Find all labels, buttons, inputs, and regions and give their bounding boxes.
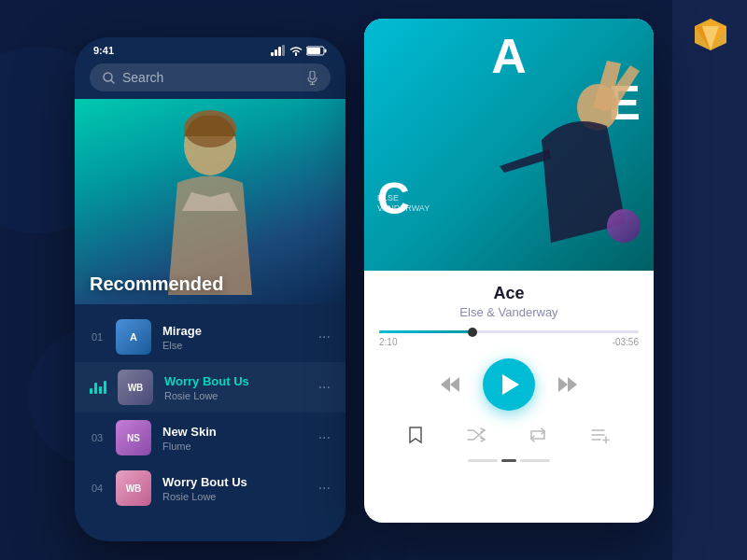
phone-right: A E C ELSE VANDERWAY Ace Else & Vanderwa… bbox=[364, 19, 654, 523]
track-number: 01 bbox=[90, 331, 105, 343]
track-number: 04 bbox=[90, 483, 105, 494]
player-actions bbox=[364, 418, 654, 460]
rewind-icon bbox=[440, 376, 460, 393]
track-list: 01 A Mirage Else ··· WB Worry Bout Us bbox=[75, 304, 345, 521]
hero-image: Recommended bbox=[75, 99, 345, 304]
svg-rect-10 bbox=[307, 48, 320, 54]
repeat-button[interactable] bbox=[529, 427, 547, 448]
player-controls bbox=[364, 351, 654, 418]
svg-rect-8 bbox=[282, 45, 285, 56]
progress-area[interactable]: 2:10 -03:56 bbox=[364, 319, 654, 351]
status-time: 9:41 bbox=[93, 45, 114, 56]
track-number: 03 bbox=[90, 432, 105, 443]
svg-rect-14 bbox=[310, 71, 315, 79]
battery-icon bbox=[306, 46, 327, 56]
repeat-icon bbox=[529, 427, 547, 443]
svg-rect-11 bbox=[325, 49, 327, 52]
forward-icon bbox=[557, 376, 578, 393]
track-more-button[interactable]: ··· bbox=[318, 429, 331, 446]
track-artist: Else bbox=[162, 340, 307, 351]
queue-icon bbox=[591, 427, 610, 443]
status-icons bbox=[271, 45, 327, 56]
track-artist: Rosie Lowe bbox=[162, 491, 307, 502]
search-bar[interactable]: Search bbox=[90, 63, 331, 91]
track-title: Worry Bout Us bbox=[164, 374, 307, 388]
bookmark-button[interactable] bbox=[408, 426, 423, 449]
track-item[interactable]: 01 A Mirage Else ··· bbox=[75, 312, 345, 362]
sketch-icon bbox=[691, 17, 730, 56]
svg-line-13 bbox=[111, 80, 114, 83]
phone-left: 9:41 bbox=[75, 37, 345, 541]
play-icon bbox=[502, 374, 519, 395]
svg-marker-21 bbox=[450, 377, 459, 392]
dot-2 bbox=[520, 459, 550, 462]
track-more-button[interactable]: ··· bbox=[318, 379, 331, 396]
time-remaining: -03:56 bbox=[613, 337, 639, 347]
track-item-active[interactable]: WB Worry Bout Us Rosie Lowe ··· bbox=[75, 362, 345, 413]
track-item[interactable]: 04 WB Worry Bout Us Rosie Lowe ··· bbox=[75, 463, 345, 513]
signal-icon bbox=[271, 45, 286, 56]
progress-track[interactable] bbox=[379, 330, 639, 333]
forward-button[interactable] bbox=[557, 376, 578, 393]
rewind-button[interactable] bbox=[440, 376, 460, 393]
track-thumbnail: NS bbox=[116, 420, 151, 455]
track-item[interactable]: 03 NS New Skin Flume ··· bbox=[75, 413, 345, 463]
player-song-artist: Else & Vanderway bbox=[379, 305, 639, 319]
track-title: Mirage bbox=[162, 324, 307, 338]
mic-icon bbox=[307, 71, 317, 85]
track-more-button[interactable]: ··· bbox=[318, 480, 331, 497]
track-thumbnail: WB bbox=[118, 370, 153, 405]
wifi-icon bbox=[289, 46, 303, 56]
svg-marker-20 bbox=[441, 377, 450, 392]
track-details: New Skin Flume bbox=[162, 425, 307, 452]
playing-icon bbox=[90, 381, 106, 394]
player-song-title: Ace bbox=[379, 284, 639, 303]
track-details: Worry Bout Us Rosie Lowe bbox=[162, 475, 307, 502]
svg-rect-7 bbox=[278, 47, 281, 56]
progress-thumb[interactable] bbox=[468, 328, 477, 337]
track-title: Worry Bout Us bbox=[162, 475, 307, 489]
search-icon bbox=[103, 72, 115, 84]
status-bar: 9:41 bbox=[75, 37, 345, 60]
dot-1 bbox=[468, 459, 498, 462]
shuffle-icon bbox=[467, 427, 486, 442]
progress-fill bbox=[379, 330, 472, 333]
add-to-queue-button[interactable] bbox=[591, 427, 610, 448]
svg-rect-5 bbox=[271, 52, 274, 56]
album-badge bbox=[607, 209, 641, 243]
player-dots bbox=[364, 460, 654, 468]
dot-active bbox=[501, 459, 516, 462]
play-button[interactable] bbox=[483, 358, 535, 411]
svg-rect-6 bbox=[275, 49, 277, 56]
track-artist: Rosie Lowe bbox=[164, 390, 307, 401]
hero-title: Recommended bbox=[90, 273, 223, 295]
track-details: Mirage Else bbox=[162, 324, 307, 351]
track-more-button[interactable]: ··· bbox=[318, 329, 331, 345]
shuffle-button[interactable] bbox=[467, 427, 486, 447]
bookmark-icon bbox=[408, 426, 423, 444]
track-thumbnail: A bbox=[116, 319, 151, 355]
svg-marker-22 bbox=[558, 377, 568, 392]
track-artist: Flume bbox=[162, 441, 307, 452]
track-title: New Skin bbox=[162, 425, 307, 439]
time-labels: 2:10 -03:56 bbox=[379, 337, 639, 347]
album-art: A E C ELSE VANDERWAY bbox=[364, 19, 654, 271]
track-details: Worry Bout Us Rosie Lowe bbox=[164, 374, 307, 401]
player-info: Ace Else & Vanderway bbox=[364, 271, 654, 319]
bg-panel-right bbox=[672, 0, 747, 560]
track-thumbnail: WB bbox=[116, 470, 151, 506]
album-label: ELSE VANDERWAY bbox=[377, 193, 430, 215]
svg-marker-23 bbox=[568, 377, 577, 392]
time-current: 2:10 bbox=[379, 337, 397, 347]
search-placeholder: Search bbox=[122, 70, 163, 85]
